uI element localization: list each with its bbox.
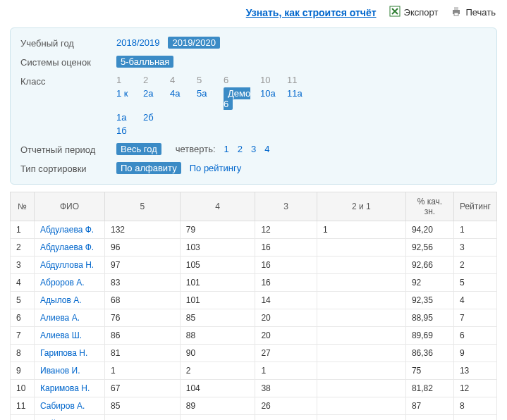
class-row-3: 1б — [116, 125, 314, 136]
cell-num: 9 — [11, 362, 35, 380]
cell-name: Гарипова Н. — [35, 345, 105, 362]
class-5a[interactable]: 5а — [197, 88, 207, 99]
th-3: 3 — [255, 192, 317, 221]
class-2b[interactable]: 2б — [143, 112, 154, 123]
student-link[interactable]: Каримова Н. — [40, 383, 90, 393]
cell-3: 27 — [255, 345, 317, 362]
export-button[interactable]: Экспорт — [389, 6, 439, 19]
student-link[interactable]: Алиева Ш. — [40, 331, 82, 340]
cell-4: 89 — [180, 397, 255, 415]
class-1b[interactable]: 1б — [116, 125, 127, 136]
cell-5: 96 — [105, 239, 181, 257]
class-11a[interactable]: 11а — [287, 88, 303, 99]
cell-num: 1 — [11, 221, 35, 239]
class-4a[interactable]: 4а — [170, 88, 180, 99]
sort-alpha[interactable]: По алфавиту — [116, 162, 181, 174]
cell-21 — [317, 239, 405, 257]
table-row: 8Гарипова Н.81902786,369 — [11, 345, 497, 362]
cell-name: Сабиров А. — [35, 397, 105, 415]
cell-3: 12 — [255, 221, 317, 239]
report-link[interactable]: Узнать, как строится отчёт — [246, 7, 377, 18]
year-option-2019[interactable]: 2019/2020 — [168, 37, 219, 49]
cell-21 — [317, 345, 405, 362]
cell-5: 97 — [105, 257, 181, 274]
cell-rank: 1 — [453, 221, 496, 239]
year-option-2018[interactable]: 2018/2019 — [116, 37, 159, 48]
cell-num: 3 — [11, 257, 35, 274]
class-demo6[interactable]: Демо 6 — [224, 87, 250, 110]
student-link[interactable]: Алиева А. — [40, 313, 80, 323]
class-2a[interactable]: 2а — [143, 88, 153, 99]
filter-panel: Учебный год 2018/2019 2019/2020 Системы … — [10, 27, 497, 185]
cell-pct: 88,95 — [405, 309, 453, 327]
print-label: Печать — [465, 7, 496, 18]
class-label: Класс — [20, 75, 116, 87]
quarter-label: четверть: — [176, 144, 216, 154]
cell-name: Алиева Ш. — [35, 327, 105, 345]
cell-3: 1 — [255, 362, 317, 380]
cell-3: 26 — [255, 397, 317, 415]
period-full-year[interactable]: Весь год — [116, 143, 161, 155]
student-link[interactable]: Гарипова Н. — [40, 348, 87, 358]
cell-3: 16 — [255, 274, 317, 292]
cell-rank: 2 — [453, 257, 496, 274]
cell-4: 103 — [180, 239, 255, 257]
class-10a[interactable]: 10а — [260, 88, 276, 99]
period-label: Отчетный период — [20, 143, 116, 155]
student-link[interactable]: Адылов А. — [40, 295, 82, 305]
excel-icon — [389, 6, 401, 19]
student-link[interactable]: Абдулаева Ф. — [40, 242, 94, 252]
cell-4: 79 — [180, 221, 255, 239]
class-h-6: 6 — [224, 75, 260, 85]
quarter-1[interactable]: 1 — [224, 144, 229, 154]
cell-5: 76 — [105, 309, 181, 327]
cell-3: 38 — [255, 380, 317, 397]
cell-rank: 9 — [453, 345, 496, 362]
grading-option-5[interactable]: 5-балльная — [116, 56, 173, 68]
th-21: 2 и 1 — [317, 192, 405, 221]
class-h-11: 11 — [287, 75, 314, 85]
cell-pct: 92 — [405, 274, 453, 292]
cell-name: Каримова Н. — [35, 380, 105, 397]
table-row: 9Иванов И.1217513 — [11, 362, 497, 380]
cell-num: 6 — [11, 309, 35, 327]
cell-num: 5 — [11, 292, 35, 309]
cell-num: 11 — [11, 397, 35, 415]
sort-rating[interactable]: По рейтингу — [190, 163, 242, 173]
year-label: Учебный год — [20, 37, 116, 49]
quarter-2[interactable]: 2 — [238, 144, 243, 154]
class-row-1: 1 к 2а 4а 5а Демо 6 10а 11а — [116, 88, 314, 109]
cell-num: 12 — [11, 415, 35, 421]
cell-rank: 8 — [453, 397, 496, 415]
student-link[interactable]: Сабиров А. — [40, 401, 85, 411]
class-values: 1 2 4 5 6 10 11 1 к 2а 4а 5а Демо 6 10а … — [116, 75, 487, 136]
cell-5: 132 — [105, 221, 181, 239]
quarter-4[interactable]: 4 — [264, 144, 269, 154]
class-1k[interactable]: 1 к — [116, 88, 128, 99]
student-link[interactable]: Аброров А. — [40, 278, 85, 288]
table-row: 11Сабиров А.858926878 — [11, 397, 497, 415]
quarter-3[interactable]: 3 — [251, 144, 256, 154]
svg-rect-2 — [454, 7, 458, 10]
student-link[interactable]: Абдуллова Н. — [40, 260, 94, 270]
th-5: 5 — [105, 192, 181, 221]
table-row: 4Аброров А.8310116925 — [11, 274, 497, 292]
class-row-2: 1а 2б — [116, 112, 314, 123]
grading-values: 5-балльная — [116, 56, 487, 68]
table-header: № ФИО 5 4 3 2 и 1 % кач. зн. Рейтинг — [11, 192, 497, 221]
cell-21 — [317, 257, 405, 274]
print-button[interactable]: Печать — [451, 6, 496, 19]
class-1a[interactable]: 1а — [116, 112, 126, 123]
sort-values: По алфавиту По рейтингу — [116, 162, 487, 174]
cell-3: 20 — [255, 327, 317, 345]
cell-num: 4 — [11, 274, 35, 292]
student-link[interactable]: Абдулаева Ф. — [40, 225, 94, 235]
cell-name: Иванов И. — [35, 362, 105, 380]
cell-4: 101 — [180, 274, 255, 292]
cell-21 — [317, 380, 405, 397]
cell-4: 101 — [180, 292, 255, 309]
results-table: № ФИО 5 4 3 2 и 1 % кач. зн. Рейтинг 1Аб… — [10, 192, 497, 420]
grading-label: Системы оценок — [20, 56, 116, 68]
student-link[interactable]: Иванов И. — [40, 366, 80, 376]
cell-rank: 6 — [453, 327, 496, 345]
